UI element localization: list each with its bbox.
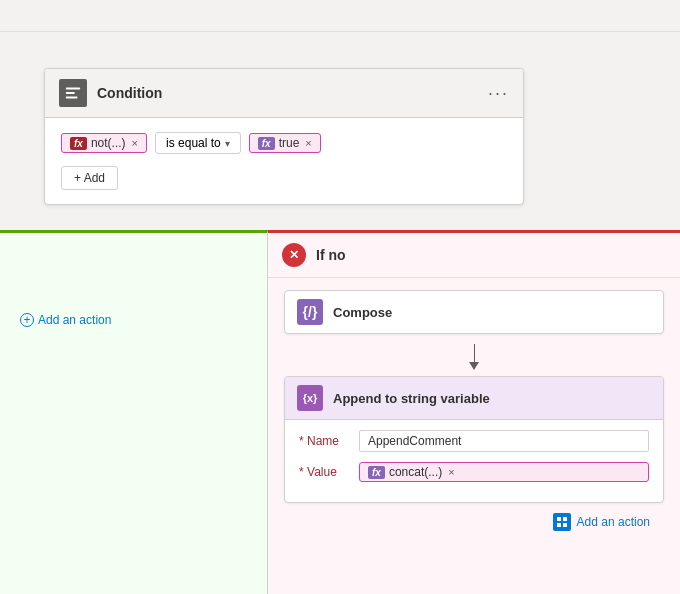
condition-card: Condition ··· fx not(...) × is equal to … <box>44 68 524 205</box>
fx-label-value: fx <box>368 466 385 479</box>
if-no-title: If no <box>316 247 346 263</box>
value-fx-chip[interactable]: fx concat(...) × <box>359 462 649 482</box>
condition-header-left: Condition <box>59 79 162 107</box>
append-card-header[interactable]: {x} Append to string variable <box>285 377 663 420</box>
if-no-header: ✕ If no <box>268 233 680 278</box>
arrow-line <box>474 344 475 362</box>
left-chip-close[interactable]: × <box>132 137 138 149</box>
svg-rect-2 <box>66 97 78 99</box>
branch-area: + Add an action ✕ If no {/} Compose <box>0 230 680 594</box>
plus-circle-icon: + <box>20 313 34 327</box>
compose-card: {/} Compose <box>284 290 664 334</box>
if-yes-panel: + Add an action <box>0 230 268 594</box>
value-label: Value <box>299 465 359 479</box>
compose-title: Compose <box>333 305 392 320</box>
left-fx-chip[interactable]: fx not(...) × <box>61 133 147 153</box>
arrow-head-icon <box>469 362 479 370</box>
more-options-button[interactable]: ··· <box>488 84 509 102</box>
condition-body: fx not(...) × is equal to ▾ fx true × + … <box>45 118 523 204</box>
name-value[interactable]: AppendComment <box>359 430 649 452</box>
add-table-svg <box>556 516 568 528</box>
if-yes-add-action-link[interactable]: + Add an action <box>20 313 111 327</box>
condition-svg-icon <box>64 84 82 102</box>
left-chip-text: not(...) <box>91 136 126 150</box>
if-no-panel: ✕ If no {/} Compose <box>268 230 680 594</box>
right-fx-chip[interactable]: fx true × <box>249 133 321 153</box>
fx-label-left: fx <box>70 137 87 150</box>
if-yes-add-action-label: Add an action <box>38 313 111 327</box>
condition-icon <box>59 79 87 107</box>
name-field-row: Name AppendComment <box>299 430 649 452</box>
fx-label-right: fx <box>258 137 275 150</box>
bottom-add-action: Add an action <box>284 503 664 535</box>
arrow-connector <box>284 338 664 376</box>
add-action-table-icon <box>553 513 571 531</box>
value-chip-text: concat(...) <box>389 465 442 479</box>
append-card-body: Name AppendComment Value fx concat(...) … <box>285 420 663 502</box>
if-no-body: {/} Compose {x} Append to string varia <box>268 278 680 547</box>
value-chip-close[interactable]: × <box>448 466 454 478</box>
if-no-x-icon: ✕ <box>282 243 306 267</box>
condition-header: Condition ··· <box>45 69 523 118</box>
if-no-add-action-button[interactable]: Add an action <box>553 513 650 531</box>
chevron-down-icon: ▾ <box>225 138 230 149</box>
svg-rect-0 <box>66 88 80 90</box>
operator-select[interactable]: is equal to ▾ <box>155 132 241 154</box>
condition-row: fx not(...) × is equal to ▾ fx true × <box>61 132 507 154</box>
add-button[interactable]: + Add <box>61 166 118 190</box>
svg-rect-1 <box>66 92 75 94</box>
right-chip-text: true <box>279 136 300 150</box>
append-card: {x} Append to string variable Name Appen… <box>284 376 664 503</box>
right-chip-close[interactable]: × <box>305 137 311 149</box>
top-bar <box>0 0 680 32</box>
svg-rect-3 <box>557 517 561 521</box>
arrow-down <box>469 344 479 370</box>
append-title: Append to string variable <box>333 391 490 406</box>
canvas: Condition ··· fx not(...) × is equal to … <box>0 0 680 594</box>
condition-title: Condition <box>97 85 162 101</box>
compose-icon: {/} <box>297 299 323 325</box>
name-label: Name <box>299 434 359 448</box>
compose-card-header[interactable]: {/} Compose <box>285 291 663 333</box>
svg-rect-4 <box>563 517 567 521</box>
if-no-add-action-label: Add an action <box>577 515 650 529</box>
value-field-row: Value fx concat(...) × <box>299 462 649 482</box>
append-icon: {x} <box>297 385 323 411</box>
operator-text: is equal to <box>166 136 221 150</box>
svg-rect-6 <box>563 523 567 527</box>
svg-rect-5 <box>557 523 561 527</box>
